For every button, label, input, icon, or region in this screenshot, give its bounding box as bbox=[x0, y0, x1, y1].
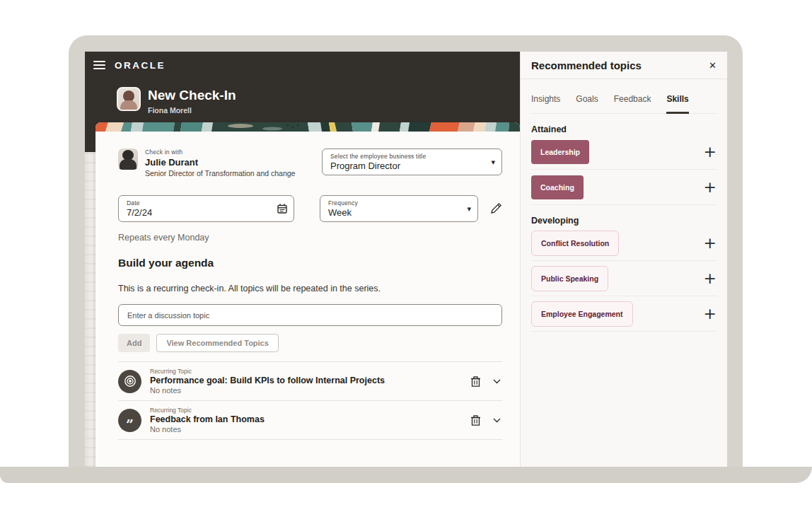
frequency-label: Frequency bbox=[328, 199, 459, 206]
employee-avatar bbox=[117, 87, 141, 111]
checkin-with-label: Check in with bbox=[145, 149, 295, 156]
chevron-down-icon bbox=[493, 418, 501, 423]
checkin-with-title: Senior Director of Transformation and ch… bbox=[145, 169, 295, 178]
repeats-text: Repeats every Monday bbox=[118, 233, 502, 243]
calendar-icon bbox=[277, 203, 288, 214]
business-title-label: Select the employee business title bbox=[330, 153, 483, 160]
plus-icon[interactable]: + bbox=[704, 237, 717, 250]
skill-chip[interactable]: Conflict Resolution bbox=[531, 231, 619, 256]
close-icon[interactable]: ✕ bbox=[709, 60, 717, 71]
skill-row: Employee Engagement + bbox=[531, 296, 717, 332]
chevron-down-icon bbox=[493, 379, 501, 384]
chevron-down-icon: ▾ bbox=[467, 204, 471, 214]
tab-skills[interactable]: Skills bbox=[666, 94, 688, 114]
date-field[interactable]: Date 7/2/24 bbox=[118, 195, 294, 222]
view-recommended-topics-button[interactable]: View Recommended Topics bbox=[156, 334, 278, 352]
topic-type-label: Recurring Topic bbox=[150, 368, 469, 375]
chevron-down-icon: ▾ bbox=[491, 158, 495, 167]
delete-topic-button[interactable] bbox=[469, 374, 482, 389]
skill-chip[interactable]: Leadership bbox=[531, 140, 589, 164]
section-heading-developing: Developing bbox=[531, 216, 717, 226]
skill-chip[interactable]: Coaching bbox=[531, 175, 584, 199]
topic-row: ” Recurring Topic Feedback from Ian Thom… bbox=[118, 401, 502, 440]
plus-icon[interactable]: + bbox=[704, 308, 717, 320]
topic-title: Performance goal: Build KPIs to follow I… bbox=[150, 376, 469, 385]
delete-topic-button[interactable] bbox=[469, 413, 482, 428]
laptop-base bbox=[0, 467, 812, 483]
tab-insights[interactable]: Insights bbox=[531, 94, 560, 113]
panel-title: Recommended topics bbox=[531, 59, 642, 71]
plus-icon[interactable]: + bbox=[704, 146, 717, 158]
manager-avatar bbox=[118, 149, 138, 170]
skill-row: Coaching + bbox=[531, 170, 717, 205]
agenda-heading: Build your agenda bbox=[118, 257, 502, 269]
trash-icon bbox=[470, 414, 481, 426]
checkin-with-name: Julie Durant bbox=[145, 157, 295, 168]
agenda-description: This is a recurring check-in. All topics… bbox=[118, 284, 502, 293]
skill-chip[interactable]: Public Speaking bbox=[531, 266, 608, 291]
recommended-topics-panel: Recommended topics ✕ Insights Goals Feed… bbox=[520, 52, 727, 467]
edit-frequency-button[interactable] bbox=[490, 202, 502, 214]
oracle-logo: ORACLE bbox=[115, 60, 166, 71]
topic-type-label: Recurring Topic bbox=[150, 407, 469, 414]
plus-icon[interactable]: + bbox=[704, 181, 717, 194]
topic-notes: No notes bbox=[150, 386, 469, 395]
target-icon bbox=[118, 370, 141, 393]
skill-chip[interactable]: Employee Engagement bbox=[531, 301, 633, 327]
checkin-card: Check in with Julie Durant Senior Direct… bbox=[95, 122, 520, 467]
skill-row: Leadership + bbox=[531, 134, 717, 170]
page-title: New Check-In bbox=[148, 88, 236, 103]
section-heading-attained: Attained bbox=[531, 124, 717, 134]
banner-image bbox=[95, 122, 520, 132]
plus-icon[interactable]: + bbox=[704, 272, 717, 285]
screenshot-stage: ORACLE New Check-In Fiona Morell bbox=[0, 0, 812, 512]
topic-notes: No notes bbox=[150, 425, 469, 434]
tab-feedback[interactable]: Feedback bbox=[614, 94, 651, 113]
checkin-with-block: Check in with Julie Durant Senior Direct… bbox=[118, 149, 295, 178]
quote-icon: ” bbox=[118, 409, 141, 432]
pencil-icon bbox=[490, 202, 502, 214]
skill-row: Public Speaking + bbox=[531, 261, 717, 296]
topic-title: Feedback from Ian Thomas bbox=[150, 414, 469, 424]
panel-tabs: Insights Goals Feedback Skills bbox=[531, 94, 717, 114]
tab-goals[interactable]: Goals bbox=[576, 94, 598, 113]
frequency-value: Week bbox=[328, 207, 459, 218]
discussion-topic-input[interactable] bbox=[118, 304, 502, 326]
business-title-select[interactable]: Select the employee business title Progr… bbox=[322, 149, 502, 175]
expand-topic-button[interactable] bbox=[492, 378, 502, 385]
expand-topic-button[interactable] bbox=[492, 417, 502, 424]
trash-icon bbox=[470, 376, 481, 388]
frequency-select[interactable]: Frequency Week ▾ bbox=[320, 195, 478, 222]
add-button[interactable]: Add bbox=[118, 334, 150, 352]
hamburger-menu-icon[interactable] bbox=[93, 61, 105, 69]
main-content: ORACLE New Check-In Fiona Morell bbox=[85, 52, 520, 467]
app-window: ORACLE New Check-In Fiona Morell bbox=[85, 52, 727, 467]
date-value: 7/2/24 bbox=[127, 207, 275, 218]
page-subtitle: Fiona Morell bbox=[148, 106, 192, 115]
top-bar: ORACLE bbox=[85, 52, 520, 78]
topic-row: Recurring Topic Performance goal: Build … bbox=[118, 362, 502, 401]
skill-row: Conflict Resolution + bbox=[531, 226, 717, 261]
business-title-value: Program Director bbox=[330, 161, 483, 171]
date-label: Date bbox=[127, 199, 275, 206]
